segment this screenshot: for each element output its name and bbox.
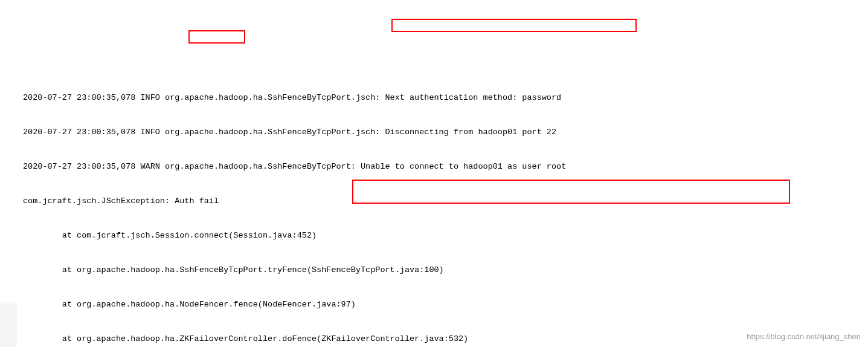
log-line: 2020-07-27 23:00:35,078 INFO org.apache.… xyxy=(23,126,868,138)
highlight-box xyxy=(391,19,637,32)
stacktrace-line: at org.apache.hadoop.ha.NodeFencer.fence… xyxy=(23,299,868,310)
log-line: 2020-07-27 23:00:35,078 WARN org.apache.… xyxy=(23,161,868,172)
log-line: com.jcraft.jsch.JSchException: Auth fail xyxy=(23,195,868,207)
highlight-box xyxy=(188,30,245,44)
stacktrace-line: at com.jcraft.jsch.Session.connect(Sessi… xyxy=(23,230,868,241)
log-output: 2020-07-27 23:00:35,078 INFO org.apache.… xyxy=(0,69,868,347)
stacktrace-line: at org.apache.hadoop.ha.ZKFailoverContro… xyxy=(23,333,868,345)
log-line: 2020-07-27 23:00:35,078 INFO org.apache.… xyxy=(23,92,868,103)
stacktrace-line: at org.apache.hadoop.ha.SshFenceByTcpPor… xyxy=(23,264,868,276)
watermark-text: https://blog.csdn.net/lijiang_shen xyxy=(747,331,861,342)
